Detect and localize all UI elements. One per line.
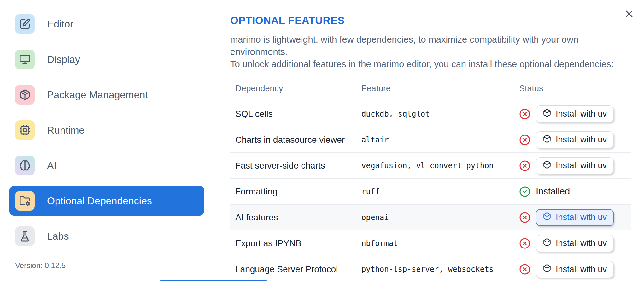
sidebar-item-ai[interactable]: AI	[9, 151, 204, 180]
dependency-name: Export as IPYNB	[230, 238, 356, 248]
feature-packages: ruff	[356, 187, 517, 196]
install-with-uv-button[interactable]: Install with uv	[536, 261, 614, 278]
horizontal-scrollbar-thumb[interactable]	[160, 280, 267, 281]
column-header-dependency: Dependency	[230, 84, 356, 93]
sidebar-item-package-management[interactable]: Package Management	[9, 80, 204, 110]
sidebar-item-label: Package Management	[47, 89, 148, 101]
sidebar-item-label: Display	[47, 54, 80, 65]
sidebar: Editor Display Package Management Runtim…	[0, 0, 214, 281]
install-button-label: Install with uv	[556, 265, 607, 274]
dependency-name: Language Server Protocol	[230, 264, 356, 274]
dependency-name: Charts in datasource viewer	[230, 135, 356, 145]
square-pen-icon	[15, 14, 35, 34]
close-button[interactable]	[623, 8, 635, 20]
monitor-icon	[15, 50, 35, 69]
not-installed-icon	[519, 108, 530, 120]
description-line-1: marimo is lightweight, with few dependen…	[230, 34, 578, 57]
sidebar-item-optional-dependencies[interactable]: Optional Dependencies	[9, 186, 204, 216]
table-row: AI features openai Install with uv	[230, 205, 631, 230]
table-row: Fast server-side charts vegafusion, vl-c…	[230, 153, 631, 179]
dependency-name: Fast server-side charts	[230, 161, 356, 171]
install-with-uv-button[interactable]: Install with uv	[536, 235, 614, 252]
installed-status-text: Installed	[536, 186, 570, 197]
table-row: Charts in datasource viewer altair Insta…	[230, 127, 631, 153]
column-header-feature: Feature	[356, 84, 517, 93]
not-installed-icon	[519, 160, 530, 171]
sidebar-item-label: AI	[47, 160, 56, 171]
sidebar-item-editor[interactable]: Editor	[9, 9, 204, 39]
install-button-label: Install with uv	[556, 135, 607, 145]
feature-packages: altair	[356, 135, 517, 144]
sidebar-item-runtime[interactable]: Runtime	[9, 115, 204, 145]
package-box-icon	[543, 109, 551, 119]
flask-icon	[15, 226, 35, 246]
package-box-icon	[543, 160, 551, 171]
description-line-2: To unlock additional features in the mar…	[230, 59, 614, 69]
install-with-uv-button[interactable]: Install with uv	[536, 209, 614, 226]
sidebar-item-display[interactable]: Display	[9, 45, 204, 74]
installed-check-icon	[519, 186, 530, 197]
sidebar-item-label: Optional Dependencies	[47, 195, 152, 207]
table-row: SQL cells duckdb, sqlglot Install with u…	[230, 101, 631, 127]
feature-packages: openai	[356, 213, 517, 222]
cpu-icon	[15, 120, 35, 140]
not-installed-icon	[519, 134, 530, 146]
install-button-label: Install with uv	[556, 212, 607, 222]
table-row: Export as IPYNB nbformat Install with uv	[230, 230, 631, 256]
feature-packages: python-lsp-server, websockets	[356, 265, 517, 274]
not-installed-icon	[519, 238, 530, 249]
settings-dialog: Editor Display Package Management Runtim…	[0, 0, 644, 281]
page-title: OPTIONAL FEATURES	[230, 15, 630, 27]
install-with-uv-button[interactable]: Install with uv	[536, 131, 614, 148]
dependency-name: Formatting	[230, 187, 356, 197]
settings-nav: Editor Display Package Management Runtim…	[0, 0, 214, 251]
not-installed-icon	[519, 264, 530, 275]
dependencies-table: Dependency Feature Status SQL cells duck…	[230, 76, 631, 281]
table-row: Formatting ruff Installed	[230, 179, 631, 205]
description: marimo is lightweight, with few dependen…	[230, 33, 630, 70]
folder-cog-icon	[15, 191, 35, 211]
not-installed-icon	[519, 212, 530, 223]
close-icon	[624, 16, 635, 21]
sidebar-item-label: Runtime	[47, 124, 85, 136]
install-button-label: Install with uv	[556, 109, 607, 119]
package-icon	[15, 85, 35, 105]
feature-packages: vegafusion, vl-convert-python	[356, 161, 517, 170]
sidebar-item-labs[interactable]: Labs	[9, 221, 204, 251]
optional-features-panel: OPTIONAL FEATURES marimo is lightweight,…	[215, 0, 644, 281]
table-row: Language Server Protocol python-lsp-serv…	[230, 256, 631, 281]
version-label: Version: 0.12.5	[15, 261, 66, 270]
sidebar-item-label: Labs	[47, 230, 69, 242]
dependency-name: SQL cells	[230, 109, 356, 119]
package-box-icon	[543, 212, 551, 223]
feature-packages: duckdb, sqlglot	[356, 110, 517, 118]
dependency-name: AI features	[230, 212, 356, 223]
brain-icon	[15, 156, 35, 175]
feature-packages: nbformat	[356, 239, 517, 248]
install-with-uv-button[interactable]: Install with uv	[536, 105, 614, 123]
install-button-label: Install with uv	[556, 238, 607, 248]
package-box-icon	[543, 135, 551, 145]
package-box-icon	[543, 238, 551, 249]
install-with-uv-button[interactable]: Install with uv	[536, 157, 614, 174]
sidebar-item-label: Editor	[47, 18, 73, 30]
install-button-label: Install with uv	[556, 161, 607, 170]
column-header-status: Status	[517, 84, 631, 93]
table-header-row: Dependency Feature Status	[230, 76, 631, 101]
package-box-icon	[543, 264, 551, 275]
